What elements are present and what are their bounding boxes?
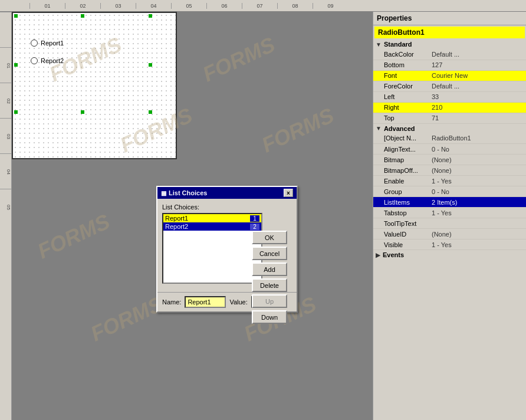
prop-key-bitmapoff: BitmapOff... (373, 165, 429, 176)
prop-val-left: 33 (429, 91, 526, 102)
prop-left[interactable]: Left 33 (373, 91, 526, 102)
prop-val-objectname: RadioButton1 (429, 133, 526, 144)
ruler-mark-v2: 01 (0, 47, 11, 83)
prop-key-right: Right (373, 102, 429, 113)
prop-aligntext[interactable]: AlignText... 0 - No (373, 144, 526, 155)
prop-tabstop[interactable]: Tabstop 1 - Yes (373, 208, 526, 218)
ruler-mark-6: 06 (206, 3, 242, 9)
radio-label-2: Report2 (41, 57, 64, 64)
events-section-header[interactable]: ▶ Events (373, 250, 526, 260)
prop-enable[interactable]: Enable 1 - Yes (373, 176, 526, 186)
standard-section-header[interactable]: ▼ Standard (373, 40, 526, 49)
prop-key-bottom: Bottom (373, 60, 429, 70)
ruler-mark-9: 09 (313, 3, 348, 9)
up-button[interactable]: Up (252, 294, 287, 308)
advanced-section-header[interactable]: ▼ Advanced (373, 124, 526, 133)
properties-header: Properties (373, 12, 526, 25)
prop-tooltiptext[interactable]: ToolTipText (373, 218, 526, 229)
list-item-2[interactable]: Report2 2 (163, 222, 261, 231)
prop-right[interactable]: Right 210 (373, 102, 526, 113)
dialog-buttons: OK Cancel Add Delete Up Down (252, 231, 287, 324)
handle-tr[interactable] (149, 14, 152, 18)
ruler-mark-4: 04 (136, 3, 171, 9)
ok-button[interactable]: OK (252, 231, 287, 244)
prop-forecolor[interactable]: ForeColor Default ... (373, 81, 526, 91)
dialog-close-button[interactable]: × (284, 189, 293, 197)
list-item-value-2: 2 (250, 224, 259, 230)
add-button[interactable]: Add (252, 262, 287, 276)
prop-key-font: Font (373, 70, 429, 81)
handle-tm[interactable] (81, 14, 84, 18)
form-canvas: Report1 Report2 (12, 12, 177, 159)
object-name-title: RadioButton1 (374, 27, 525, 38)
prop-listitems[interactable]: ListItems 2 Item(s) (373, 197, 526, 208)
prop-key-bitmap: Bitmap (373, 155, 429, 165)
prop-key-objectname: [Object N... (373, 133, 429, 144)
prop-key-forecolor: ForeColor (373, 81, 429, 91)
radio-label-1: Report1 (41, 40, 64, 47)
prop-val-bottom: 127 (429, 60, 526, 70)
prop-bitmapoff[interactable]: BitmapOff... (None) (373, 165, 526, 176)
handle-bm[interactable] (81, 110, 84, 114)
down-button[interactable]: Down (252, 310, 287, 324)
handle-mr[interactable] (149, 63, 152, 67)
prop-key-visible: Visible (373, 239, 429, 250)
events-section-label: Events (383, 251, 404, 258)
ruler-mark-v6: 05 (0, 189, 11, 224)
list-choices-label: List Choices: (162, 204, 292, 211)
prop-bitmap[interactable]: Bitmap (None) (373, 155, 526, 165)
ruler-mark-1: 01 (29, 3, 65, 9)
name-label: Name: (162, 298, 181, 306)
name-input[interactable] (185, 296, 226, 308)
ruler-mark-5: 05 (171, 3, 206, 9)
form-radio-item-1[interactable]: Report1 (31, 40, 64, 47)
prop-val-enable: 1 - Yes (429, 176, 526, 186)
advanced-section-label: Advanced (384, 125, 415, 132)
prop-val-forecolor: Default ... (429, 81, 526, 91)
handle-ml[interactable] (14, 63, 18, 67)
cancel-button[interactable]: Cancel (252, 247, 287, 260)
events-expand-icon: ▶ (376, 252, 380, 258)
prop-key-tooltiptext: ToolTipText (373, 218, 429, 229)
prop-key-backcolor: BackColor (373, 49, 429, 60)
prop-valueid[interactable]: ValueID (None) (373, 229, 526, 239)
dialog-titlebar: ▦ List Choices × (157, 187, 297, 199)
prop-val-right: 210 (429, 102, 526, 113)
handle-br[interactable] (149, 110, 152, 114)
prop-font[interactable]: Font Courier New (373, 70, 526, 81)
prop-backcolor[interactable]: BackColor Default ... (373, 49, 526, 60)
ruler-mark-7: 07 (242, 3, 277, 9)
ruler-mark-v3: 02 (0, 83, 11, 118)
prop-val-font: Courier New (429, 70, 526, 81)
list-item-value-1: 1 (250, 215, 259, 222)
prop-val-valueid: (None) (429, 229, 526, 239)
advanced-expand-icon: ▼ (376, 125, 382, 132)
delete-button[interactable]: Delete (252, 278, 287, 292)
prop-val-bitmapoff: (None) (429, 165, 526, 176)
prop-key-aligntext: AlignText... (373, 144, 429, 155)
ruler-mark-v1 (0, 12, 11, 47)
standard-expand-icon: ▼ (376, 41, 382, 48)
list-item-name-1: Report1 (165, 215, 188, 222)
prop-group[interactable]: Group 0 - No (373, 186, 526, 197)
prop-val-backcolor: Default ... (429, 49, 526, 60)
list-choices-listbox[interactable]: Report1 1 Report2 2 (162, 213, 262, 284)
prop-objectname[interactable]: [Object N... RadioButton1 (373, 133, 526, 144)
prop-val-tooltiptext (429, 218, 526, 229)
form-radio-item-2[interactable]: Report2 (31, 57, 64, 64)
handle-tl[interactable] (14, 14, 18, 18)
radio-circle-1 (31, 40, 38, 47)
handle-bl[interactable] (14, 110, 18, 114)
prop-bottom[interactable]: Bottom 127 (373, 60, 526, 70)
ruler-mark-2: 02 (65, 3, 100, 9)
prop-top[interactable]: Top 71 (373, 113, 526, 123)
list-item-1[interactable]: Report1 1 (163, 214, 261, 222)
ruler-mark-3: 03 (100, 3, 136, 9)
watermark-2: FORMS (199, 32, 279, 87)
prop-val-tabstop: 1 - Yes (429, 208, 526, 218)
ruler-mark-8: 08 (277, 3, 313, 9)
watermark-4: FORMS (258, 103, 338, 158)
form-radio-group: Report1 Report2 (31, 40, 64, 75)
prop-visible[interactable]: Visible 1 - Yes (373, 239, 526, 250)
dialog-title: List Choices (169, 189, 207, 196)
